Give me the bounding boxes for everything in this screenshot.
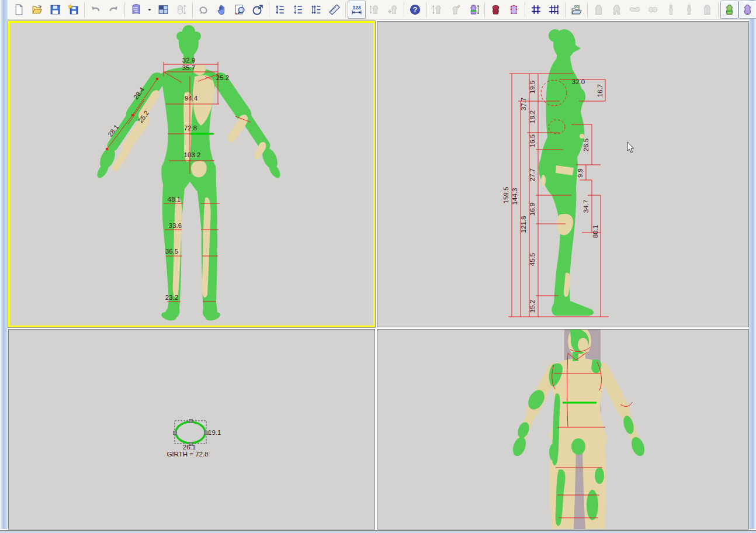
undo-button[interactable] (86, 1, 105, 19)
zoom-extents-icon (252, 4, 264, 16)
handle-top[interactable] (189, 420, 193, 423)
svg-text:23.2: 23.2 (165, 294, 178, 301)
body-girth-measure-icon (467, 4, 480, 16)
show-grid-icon (530, 4, 542, 16)
svg-text:15.2: 15.2 (529, 300, 536, 313)
svg-text:34.7: 34.7 (582, 200, 589, 213)
open-file-icon (31, 4, 43, 16)
show-fit-body-button[interactable] (738, 1, 756, 19)
save-project-button[interactable] (64, 1, 82, 19)
svg-text:.obj: .obj (573, 4, 580, 9)
save-project-icon (67, 4, 79, 16)
torso-front-tool-icon (592, 4, 605, 16)
zoom-window-button[interactable] (231, 1, 249, 19)
svg-text:144.3: 144.3 (511, 188, 518, 205)
save-file-button[interactable] (46, 1, 64, 19)
toolbar-separator (404, 2, 404, 18)
svg-text:103.2: 103.2 (184, 151, 201, 158)
app-window: 123?.obj (0, 0, 756, 533)
torso-legs-tool-button (608, 1, 626, 19)
measure-body-height-button (366, 1, 384, 19)
new-file-button[interactable] (10, 1, 28, 19)
handle-left[interactable] (174, 431, 177, 435)
body-slices-icon (490, 4, 502, 16)
help-button[interactable]: ? (406, 1, 424, 19)
svg-text:GIRTH = 72.8: GIRTH = 72.8 (167, 451, 208, 458)
svg-text:48.1: 48.1 (168, 196, 181, 203)
viewport-section-view[interactable]: 19.1 26.1 GIRTH = 72.8 (8, 329, 375, 529)
viewport-layout-icon (157, 4, 169, 16)
sphere-height-measure-button (172, 1, 190, 19)
svg-text:9.9: 9.9 (577, 168, 584, 178)
show-fit-body-icon (741, 4, 754, 16)
redo-button[interactable] (105, 1, 123, 19)
viewport-layout-button[interactable] (154, 1, 172, 19)
svg-text:16.5: 16.5 (529, 134, 536, 147)
chain-dimension-button[interactable] (307, 1, 325, 19)
pan-view-button[interactable] (213, 1, 231, 19)
measure-ruler-button[interactable] (325, 1, 344, 19)
measurement-list-button[interactable] (127, 1, 145, 19)
svg-text:16.7: 16.7 (597, 84, 604, 97)
girth-section-ellipse[interactable] (176, 422, 205, 443)
add-body-measurement-icon (387, 4, 399, 16)
body-slices-button[interactable] (487, 1, 505, 19)
import-obj-button[interactable]: .obj (567, 1, 585, 19)
body-dimension-icon (431, 4, 443, 16)
toolbar-separator (124, 2, 125, 18)
datum-dimension-button[interactable] (289, 1, 307, 19)
svg-text:45.5: 45.5 (529, 253, 536, 266)
mouse-cursor (627, 142, 634, 153)
svg-text:32.0: 32.0 (572, 78, 585, 85)
body-landmarks-button[interactable] (505, 1, 523, 19)
help-icon: ? (409, 4, 421, 16)
toolbar-separator (484, 2, 485, 18)
toolbar: 123?.obj (8, 0, 749, 20)
rotate-view-icon (197, 4, 210, 16)
grid-measure-button[interactable] (545, 1, 563, 19)
svg-text:18.2: 18.2 (529, 110, 536, 123)
svg-text:19.5: 19.5 (529, 81, 536, 94)
open-file-button[interactable] (28, 1, 46, 19)
window-frame-right (749, 0, 756, 533)
toolbar-separator (192, 2, 193, 18)
zoom-extents-button[interactable] (249, 1, 267, 19)
vertical-dimension-button[interactable] (271, 1, 289, 19)
undo-icon (89, 4, 102, 16)
viewport-perspective-view[interactable] (377, 329, 749, 529)
rotate-view-button[interactable] (195, 1, 213, 19)
chain-dimension-icon (310, 4, 322, 16)
svg-text:26.5: 26.5 (582, 139, 589, 151)
show-scan-body-button[interactable] (720, 1, 738, 19)
svg-text:123: 123 (353, 5, 361, 11)
svg-text:33.6: 33.6 (169, 222, 182, 229)
torso-back-tool-button (698, 1, 716, 19)
vertical-dimension-icon (274, 4, 286, 16)
show-grid-button[interactable] (527, 1, 545, 19)
auto-dimensions-button[interactable]: 123 (348, 1, 366, 19)
viewport-front-view[interactable]: 32.9 35.7 25.2 28.4 25.2 28.1 94.4 72.8 … (8, 21, 375, 327)
viewport-side-view[interactable]: 159.5 144.3 121.8 37.7 19.5 18.2 16.5 27… (377, 21, 749, 327)
zoom-window-icon (234, 4, 246, 16)
svg-text:35.7: 35.7 (182, 64, 195, 71)
svg-text:36.5: 36.5 (165, 248, 178, 255)
edit-body-icon (449, 4, 462, 16)
svg-text:159.5: 159.5 (502, 187, 509, 204)
body-girth-measure-button[interactable] (464, 1, 483, 19)
svg-text:121.8: 121.8 (520, 216, 527, 233)
svg-text:94.4: 94.4 (185, 95, 198, 102)
new-file-icon (13, 4, 25, 16)
body-dimension-button (428, 1, 446, 19)
torso-front-tool-button (589, 1, 608, 19)
toolbar-separator (718, 2, 719, 18)
sphere-height-measure-icon (175, 4, 188, 16)
side-body-model[interactable] (539, 29, 594, 316)
section-handles[interactable] (174, 420, 209, 446)
toolbar-separator (587, 2, 588, 18)
pan-view-icon (216, 4, 228, 16)
toolbar-separator (269, 2, 269, 18)
torso-legs-tool-icon (611, 4, 623, 16)
measurement-list-dropdown-button[interactable] (145, 1, 154, 19)
torso-back-tool-icon (701, 4, 713, 16)
measurement-list-dropdown-icon (145, 4, 154, 16)
